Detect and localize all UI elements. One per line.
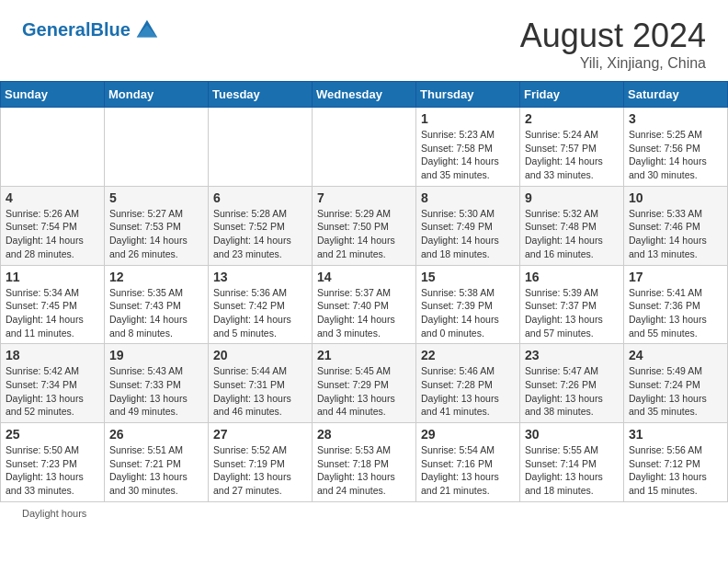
day-number: 24 (629, 348, 722, 362)
calendar-cell: 4Sunrise: 5:26 AM Sunset: 7:54 PM Daylig… (1, 186, 105, 265)
calendar-cell: 28Sunrise: 5:53 AM Sunset: 7:18 PM Dayli… (313, 423, 416, 502)
day-number: 13 (213, 270, 307, 284)
calendar-cell: 10Sunrise: 5:33 AM Sunset: 7:46 PM Dayli… (624, 186, 728, 265)
day-info: Sunrise: 5:53 AM Sunset: 7:18 PM Dayligh… (317, 443, 411, 498)
header-day-friday: Friday (520, 82, 624, 108)
calendar-week-5: 25Sunrise: 5:50 AM Sunset: 7:23 PM Dayli… (1, 423, 728, 502)
day-number: 23 (525, 348, 619, 362)
logo: GeneralBlue (22, 17, 159, 42)
calendar-cell: 24Sunrise: 5:49 AM Sunset: 7:24 PM Dayli… (624, 344, 728, 423)
day-number: 20 (213, 348, 307, 362)
header-day-thursday: Thursday (416, 82, 520, 108)
calendar-cell: 12Sunrise: 5:35 AM Sunset: 7:43 PM Dayli… (105, 265, 209, 344)
calendar-cell: 7Sunrise: 5:29 AM Sunset: 7:50 PM Daylig… (313, 186, 416, 265)
calendar-week-2: 4Sunrise: 5:26 AM Sunset: 7:54 PM Daylig… (1, 186, 728, 265)
calendar-cell: 20Sunrise: 5:44 AM Sunset: 7:31 PM Dayli… (209, 344, 313, 423)
calendar-table: SundayMondayTuesdayWednesdayThursdayFrid… (0, 81, 728, 502)
calendar-cell: 31Sunrise: 5:56 AM Sunset: 7:12 PM Dayli… (624, 423, 728, 502)
day-number: 27 (213, 427, 307, 442)
header: GeneralBlue August 2024 Yili, Xinjiang, … (0, 0, 728, 81)
day-info: Sunrise: 5:37 AM Sunset: 7:40 PM Dayligh… (317, 286, 411, 340)
logo-icon (133, 17, 159, 42)
calendar-week-4: 18Sunrise: 5:42 AM Sunset: 7:34 PM Dayli… (1, 344, 728, 423)
day-info: Sunrise: 5:41 AM Sunset: 7:36 PM Dayligh… (629, 286, 722, 340)
day-number: 18 (6, 348, 99, 362)
day-number: 29 (421, 427, 515, 442)
day-number: 31 (629, 427, 722, 442)
day-info: Sunrise: 5:49 AM Sunset: 7:24 PM Dayligh… (629, 364, 722, 419)
calendar-cell: 22Sunrise: 5:46 AM Sunset: 7:28 PM Dayli… (416, 344, 520, 423)
day-number: 5 (109, 190, 203, 205)
day-info: Sunrise: 5:39 AM Sunset: 7:37 PM Dayligh… (525, 286, 619, 340)
day-number: 21 (317, 348, 411, 362)
day-info: Sunrise: 5:32 AM Sunset: 7:48 PM Dayligh… (525, 207, 619, 261)
calendar-cell: 15Sunrise: 5:38 AM Sunset: 7:39 PM Dayli… (416, 265, 520, 344)
calendar-cell: 5Sunrise: 5:27 AM Sunset: 7:53 PM Daylig… (105, 186, 209, 265)
day-number: 6 (213, 190, 307, 205)
header-day-saturday: Saturday (624, 82, 728, 108)
day-number: 2 (525, 111, 619, 126)
calendar-cell: 18Sunrise: 5:42 AM Sunset: 7:34 PM Dayli… (1, 344, 105, 423)
calendar-cell: 16Sunrise: 5:39 AM Sunset: 7:37 PM Dayli… (520, 265, 624, 344)
calendar-cell: 17Sunrise: 5:41 AM Sunset: 7:36 PM Dayli… (624, 265, 728, 344)
day-number: 19 (109, 348, 203, 362)
location-title: Yili, Xinjiang, China (520, 55, 706, 72)
day-number: 9 (525, 190, 619, 205)
day-number: 12 (109, 270, 203, 284)
calendar-cell: 6Sunrise: 5:28 AM Sunset: 7:52 PM Daylig… (209, 186, 313, 265)
svg-marker-1 (137, 25, 157, 37)
calendar-cell: 27Sunrise: 5:52 AM Sunset: 7:19 PM Dayli… (209, 423, 313, 502)
day-number: 14 (317, 270, 411, 284)
day-number: 8 (421, 190, 515, 205)
day-info: Sunrise: 5:44 AM Sunset: 7:31 PM Dayligh… (213, 364, 307, 419)
day-number: 30 (525, 427, 619, 442)
day-info: Sunrise: 5:55 AM Sunset: 7:14 PM Dayligh… (525, 443, 619, 498)
calendar-cell: 30Sunrise: 5:55 AM Sunset: 7:14 PM Dayli… (520, 423, 624, 502)
calendar-cell: 23Sunrise: 5:47 AM Sunset: 7:26 PM Dayli… (520, 344, 624, 423)
day-number: 1 (421, 111, 515, 126)
day-info: Sunrise: 5:34 AM Sunset: 7:45 PM Dayligh… (6, 286, 99, 340)
calendar-cell (313, 108, 416, 187)
calendar-cell (1, 108, 105, 187)
calendar-cell: 1Sunrise: 5:23 AM Sunset: 7:58 PM Daylig… (416, 108, 520, 187)
calendar-cell: 8Sunrise: 5:30 AM Sunset: 7:49 PM Daylig… (416, 186, 520, 265)
day-number: 3 (629, 111, 722, 126)
calendar-cell (209, 108, 313, 187)
calendar-cell: 19Sunrise: 5:43 AM Sunset: 7:33 PM Dayli… (105, 344, 209, 423)
calendar-cell: 21Sunrise: 5:45 AM Sunset: 7:29 PM Dayli… (313, 344, 416, 423)
header-day-tuesday: Tuesday (209, 82, 313, 108)
calendar-cell: 14Sunrise: 5:37 AM Sunset: 7:40 PM Dayli… (313, 265, 416, 344)
day-info: Sunrise: 5:50 AM Sunset: 7:23 PM Dayligh… (6, 443, 99, 498)
day-info: Sunrise: 5:27 AM Sunset: 7:53 PM Dayligh… (109, 207, 203, 261)
calendar-cell: 11Sunrise: 5:34 AM Sunset: 7:45 PM Dayli… (1, 265, 105, 344)
day-info: Sunrise: 5:28 AM Sunset: 7:52 PM Dayligh… (213, 207, 307, 261)
day-number: 7 (317, 190, 411, 205)
calendar-cell: 25Sunrise: 5:50 AM Sunset: 7:23 PM Dayli… (1, 423, 105, 502)
day-info: Sunrise: 5:24 AM Sunset: 7:57 PM Dayligh… (525, 128, 619, 182)
day-info: Sunrise: 5:54 AM Sunset: 7:16 PM Dayligh… (421, 443, 515, 498)
day-info: Sunrise: 5:33 AM Sunset: 7:46 PM Dayligh… (629, 207, 722, 261)
day-number: 28 (317, 427, 411, 442)
calendar-week-3: 11Sunrise: 5:34 AM Sunset: 7:45 PM Dayli… (1, 265, 728, 344)
footer: Daylight hours (0, 502, 728, 524)
day-info: Sunrise: 5:26 AM Sunset: 7:54 PM Dayligh… (6, 207, 99, 261)
month-title: August 2024 (520, 17, 706, 55)
calendar-cell: 2Sunrise: 5:24 AM Sunset: 7:57 PM Daylig… (520, 108, 624, 187)
calendar-header-row: SundayMondayTuesdayWednesdayThursdayFrid… (1, 82, 728, 108)
day-info: Sunrise: 5:36 AM Sunset: 7:42 PM Dayligh… (213, 286, 307, 340)
calendar-cell: 13Sunrise: 5:36 AM Sunset: 7:42 PM Dayli… (209, 265, 313, 344)
day-info: Sunrise: 5:45 AM Sunset: 7:29 PM Dayligh… (317, 364, 411, 419)
day-number: 4 (6, 190, 99, 205)
day-info: Sunrise: 5:42 AM Sunset: 7:34 PM Dayligh… (6, 364, 99, 419)
day-info: Sunrise: 5:51 AM Sunset: 7:21 PM Dayligh… (109, 443, 203, 498)
day-number: 16 (525, 270, 619, 284)
logo-blue: Blue (90, 19, 130, 40)
day-number: 25 (6, 427, 99, 442)
calendar-week-1: 1Sunrise: 5:23 AM Sunset: 7:58 PM Daylig… (1, 108, 728, 187)
calendar-cell: 9Sunrise: 5:32 AM Sunset: 7:48 PM Daylig… (520, 186, 624, 265)
day-info: Sunrise: 5:43 AM Sunset: 7:33 PM Dayligh… (109, 364, 203, 419)
header-day-wednesday: Wednesday (313, 82, 416, 108)
day-number: 10 (629, 190, 722, 205)
day-info: Sunrise: 5:23 AM Sunset: 7:58 PM Dayligh… (421, 128, 515, 182)
day-info: Sunrise: 5:30 AM Sunset: 7:49 PM Dayligh… (421, 207, 515, 261)
